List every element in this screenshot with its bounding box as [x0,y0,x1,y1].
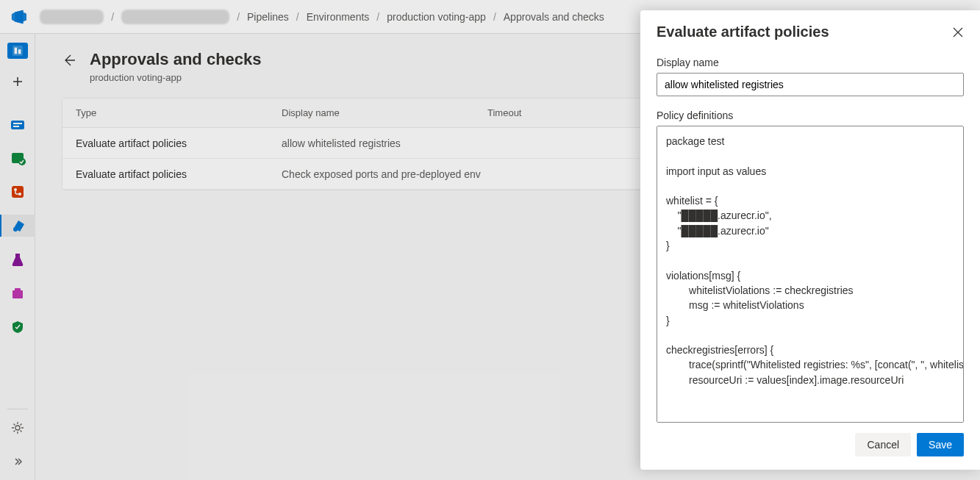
close-icon[interactable] [952,26,964,38]
panel-title: Evaluate artifact policies [657,24,829,40]
display-name-input[interactable] [657,73,964,96]
display-name-label: Display name [657,57,964,68]
save-button[interactable]: Save [917,433,964,456]
policy-definitions-label: Policy definitions [657,110,964,121]
cancel-button[interactable]: Cancel [855,433,911,456]
policy-definitions-textarea[interactable] [657,126,964,423]
edit-check-panel: Evaluate artifact policies Display name … [640,10,980,470]
